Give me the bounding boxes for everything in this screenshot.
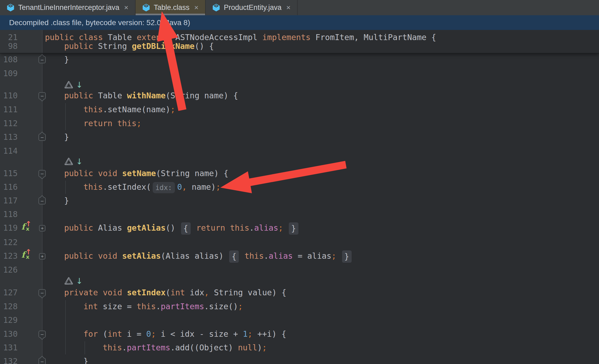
tab-close-icon[interactable]: ✕ — [124, 5, 129, 11]
tab-productentity-java[interactable]: ProductEntity.java✕ — [206, 0, 298, 15]
line-number[interactable]: 118 — [0, 207, 18, 221]
tab-tenantlineinnerinterceptor-java[interactable]: TenantLineInnerInterceptor.java✕ — [0, 0, 136, 15]
code-line-118[interactable]: 118 — [0, 207, 599, 221]
token: 0 — [146, 329, 151, 339]
code-line-127[interactable]: 127−private void setIndex(int idx, Strin… — [0, 286, 599, 300]
parameter-name-hint[interactable]: idx: — [153, 182, 175, 193]
fold-collapse-marker[interactable]: − — [39, 56, 46, 63]
token: public — [64, 41, 93, 51]
code-line-112[interactable]: 112return this; — [0, 117, 599, 130]
token: () — [166, 223, 180, 233]
line-number[interactable]: 116 — [0, 180, 18, 194]
sticky-lines-panel: 21public class Table extends ASTNodeAcce… — [0, 30, 599, 53]
tab-label: TenantLineInnerInterceptor.java — [18, 3, 119, 12]
code-text: } — [64, 130, 69, 144]
token: ; — [216, 182, 221, 192]
code-line-132[interactable]: 132−} — [0, 354, 599, 364]
token: this — [103, 343, 122, 352]
token: this — [244, 251, 264, 261]
token: (Alias alias) — [161, 251, 228, 261]
code-editor[interactable]: 108−}109↓110−public Table withName(Strin… — [0, 30, 599, 364]
line-number[interactable]: 111 — [0, 103, 18, 117]
token: alias — [254, 223, 278, 233]
line-number[interactable]: 128 — [0, 300, 18, 313]
fold-collapse-marker[interactable]: − — [39, 331, 46, 338]
token — [225, 223, 230, 233]
code-line-115[interactable]: 115−public void setName(String name) { — [0, 166, 599, 180]
token: ( — [166, 288, 170, 297]
fold-collapse-marker[interactable]: − — [39, 170, 46, 177]
tab-close-icon[interactable]: ✕ — [286, 5, 291, 11]
line-number[interactable]: 113 — [0, 130, 18, 144]
fold-collapse-marker[interactable]: − — [39, 358, 46, 364]
line-number[interactable]: 117 — [0, 194, 18, 208]
decompiler-annotation-icon[interactable] — [64, 80, 73, 90]
collapsed-annotations-inlay[interactable]: ↓ — [64, 156, 83, 168]
fold-placeholder-brace[interactable]: } — [342, 250, 352, 263]
accessor-method-gutter-icon[interactable]: f↑x — [21, 222, 33, 234]
code-line-122[interactable]: 122 — [0, 235, 599, 249]
code-line-128[interactable]: 128int size = this.partItems.size(); — [0, 300, 599, 313]
line-number[interactable]: 123 — [0, 249, 18, 263]
code-line-108[interactable]: 108−} — [0, 53, 599, 67]
code-line-126[interactable]: 126 — [0, 263, 599, 277]
tab-table-class[interactable]: Table.class✕ — [136, 0, 206, 15]
code-line-123[interactable]: 123f↑x+public void setAlias(Alias alias)… — [0, 249, 599, 263]
token: ; — [137, 119, 141, 128]
code-text: } — [83, 354, 88, 364]
decompiler-annotation-icon[interactable] — [64, 277, 73, 286]
line-number[interactable]: 129 — [0, 313, 18, 327]
token: this — [83, 182, 103, 192]
code-line-109[interactable]: 109 — [0, 67, 599, 80]
line-number[interactable]: 122 — [0, 235, 18, 249]
line-number[interactable]: 112 — [0, 117, 18, 130]
fold-collapse-marker[interactable]: − — [39, 134, 46, 141]
line-number[interactable]: 132 — [0, 354, 18, 364]
line-number[interactable]: 109 — [0, 67, 18, 80]
line-number[interactable]: 115 — [0, 166, 18, 180]
line-number[interactable]: 130 — [0, 327, 18, 341]
fold-expand-marker[interactable]: + — [39, 253, 45, 260]
token — [240, 251, 244, 261]
code-text: for (int i = 0; i < idx - size + 1; ++i)… — [83, 327, 286, 341]
code-line-129[interactable]: 129 — [0, 313, 599, 327]
line-number[interactable]: 126 — [0, 263, 18, 277]
code-line-117[interactable]: 117−} — [0, 194, 599, 208]
fold-collapse-marker[interactable]: − — [39, 197, 46, 204]
token: ; — [170, 105, 175, 114]
line-number[interactable]: 98 — [0, 39, 18, 53]
line-number[interactable]: 131 — [0, 341, 18, 355]
token: alias — [269, 251, 293, 261]
code-line-110[interactable]: 110−public Table withName(String name) { — [0, 89, 599, 103]
fold-expand-marker[interactable]: + — [39, 225, 45, 231]
class-file-icon — [6, 3, 15, 12]
code-text: private void setIndex(int idx, String va… — [64, 286, 286, 300]
line-number[interactable]: 110 — [0, 89, 18, 103]
fold-collapse-marker[interactable]: − — [39, 289, 46, 296]
accessor-method-gutter-icon[interactable]: f↑x — [21, 250, 33, 262]
code-line-111[interactable]: 111this.setName(name); — [0, 103, 599, 117]
fold-placeholder-brace[interactable]: { — [229, 250, 239, 263]
token: size = — [98, 302, 137, 311]
code-line-98[interactable]: 98public String getDBLinkName() { — [0, 39, 599, 53]
token — [98, 288, 103, 297]
code-line-116[interactable]: 116this.setIndex(idx:0, name); — [0, 180, 599, 194]
token: void — [103, 288, 122, 297]
tab-close-icon[interactable]: ✕ — [194, 5, 199, 11]
code-line-130[interactable]: 130−for (int i = 0; i < idx - size + 1; … — [0, 327, 599, 341]
code-line-113[interactable]: 113−} — [0, 130, 599, 144]
line-number[interactable]: 127 — [0, 286, 18, 300]
collapsed-annotations-inlay[interactable]: ↓ — [64, 275, 83, 287]
fold-placeholder-brace[interactable]: { — [181, 222, 191, 235]
decompiler-annotation-icon[interactable] — [64, 157, 73, 166]
code-text: return this; — [83, 117, 141, 130]
code-line-131[interactable]: 131this.partItems.add((Object) null); — [0, 341, 599, 355]
token: ) — [257, 343, 262, 352]
token: = alias — [293, 251, 332, 261]
token: i < idx - size + — [156, 329, 243, 339]
line-number[interactable]: 119 — [0, 221, 18, 235]
fold-collapse-marker[interactable]: − — [39, 92, 46, 99]
code-line-119[interactable]: 119f↑x+public Alias getAlias() { return … — [0, 221, 599, 235]
line-number[interactable]: 108 — [0, 53, 18, 67]
fold-placeholder-brace[interactable]: } — [289, 222, 298, 235]
